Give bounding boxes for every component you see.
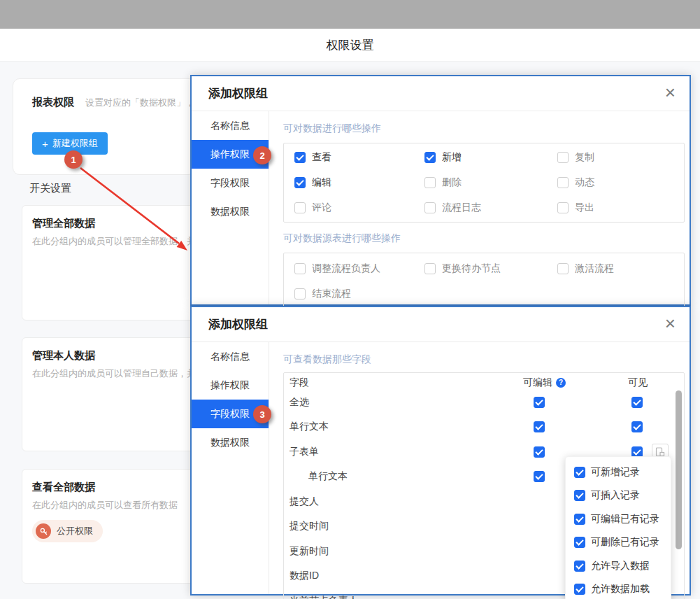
source-ops-section-label: 可对数据源表进行哪些操作 [283, 232, 685, 245]
editable-checkbox[interactable] [534, 471, 545, 482]
checkbox [557, 177, 569, 188]
popup-item-can-edit-existing[interactable]: 可编辑已有记录 [574, 507, 671, 531]
checkbox-item-end-flow[interactable]: 结束流程 [294, 281, 424, 306]
checkbox-item-add[interactable]: 新增 [424, 145, 557, 170]
report-card-subtitle: 设置对应的「数据权限」，可 [85, 97, 203, 108]
tab-data-permission[interactable]: 数据权限 [192, 428, 269, 457]
header-visible: 可见 [628, 376, 648, 389]
card-view-all-data: 查看全部数据 在此分组内的成员可以查看所有数据 公开权限 [22, 469, 197, 584]
step-badge-1: 1 [64, 150, 83, 169]
public-permission-label: 公开权限 [57, 525, 93, 537]
step-badge-2: 2 [253, 146, 271, 164]
checkbox [574, 584, 585, 595]
source-ops-group: 调整流程负责人 更换待办节点 激活流程 结束流程 [283, 253, 685, 310]
checkbox [557, 263, 569, 274]
checkbox-item-delete[interactable]: 删除 [424, 170, 557, 195]
checkbox-item-edit[interactable]: 编辑 [294, 170, 424, 195]
editable-checkbox[interactable] [534, 446, 545, 458]
editable-checkbox[interactable] [534, 397, 545, 408]
scrollbar-thumb[interactable] [676, 390, 682, 549]
popup-item-can-add-record[interactable]: 可新增记录 [574, 460, 671, 484]
modal-title: 添加权限组 [208, 76, 268, 111]
top-gray-bar [0, 0, 700, 29]
add-permission-group-modal-operation: 添加权限组 × 名称信息 操作权限 字段权限 数据权限 可对数据进行哪些操作 查… [190, 75, 691, 306]
checkbox [574, 490, 585, 501]
switch-settings-title: 开关设置 [29, 182, 71, 195]
tab-field-permission[interactable]: 字段权限 [192, 169, 269, 197]
checkbox-item-export[interactable]: 导出 [557, 195, 684, 220]
checkbox [424, 202, 436, 213]
modal-header: 添加权限组 × [192, 307, 690, 342]
checkbox [294, 202, 306, 213]
report-card-title: 报表权限 [32, 96, 74, 108]
checkbox-item-change-todo-node[interactable]: 更换待办节点 [424, 256, 557, 281]
modal-sidebar: 名称信息 操作权限 字段权限 数据权限 [192, 342, 269, 594]
help-icon[interactable]: ? [556, 378, 566, 388]
header-field: 字段 [290, 376, 309, 389]
new-permission-group-label: 新建权限组 [52, 137, 98, 150]
card-manage-own-data: 管理本人数据 在此分组内的成员可以管理自己数据，并拥 [22, 337, 197, 451]
subform-permissions-popup: 可新增记录 可插入记录 可编辑已有记录 可删除已有记录 允许导入数据 允许数据加… [565, 456, 671, 599]
checkbox [424, 177, 436, 188]
tab-name-info[interactable]: 名称信息 [192, 342, 269, 371]
data-ops-group: 查看 新增 复制 编辑 删除 动态 评论 流程日志 导出 [283, 143, 685, 223]
checkbox-item-flow-log[interactable]: 流程日志 [424, 195, 557, 220]
modal-sidebar: 名称信息 操作权限 字段权限 数据权限 [192, 111, 269, 304]
card-desc: 在此分组内的成员可以管理自己数据，并拥 [32, 367, 205, 380]
plus-icon: + [42, 139, 48, 149]
checkbox [294, 263, 306, 274]
close-icon[interactable]: × [665, 313, 676, 334]
close-icon[interactable]: × [665, 82, 676, 104]
popup-item-can-delete-existing[interactable]: 可删除已有记录 [574, 531, 671, 555]
editable-checkbox[interactable] [534, 421, 545, 432]
tab-name-info[interactable]: 名称信息 [192, 111, 269, 140]
checkbox [557, 152, 569, 163]
table-row-select-all: 全选 [284, 390, 684, 415]
checkbox [424, 152, 436, 163]
popup-item-allow-import[interactable]: 允许导入数据 [574, 554, 671, 578]
checkbox [574, 514, 585, 525]
step-badge-3: 3 [253, 405, 271, 423]
card-title: 管理本人数据 [32, 349, 95, 362]
card-title: 查看全部数据 [32, 481, 95, 494]
popup-item-allow-data-load[interactable]: 允许数据加载 [574, 578, 671, 599]
visible-checkbox[interactable] [631, 421, 643, 432]
checkbox-item-activate-flow[interactable]: 激活流程 [557, 256, 684, 281]
checkbox [424, 263, 436, 274]
table-row-single-line-text: 单行文本 [284, 415, 684, 440]
checkbox [294, 177, 306, 188]
modal-title: 添加权限组 [208, 307, 268, 341]
tab-operation-permission[interactable]: 操作权限 [192, 371, 269, 400]
annotation-arrow [66, 155, 192, 257]
visible-checkbox[interactable] [631, 397, 643, 408]
key-icon [36, 523, 51, 539]
header-editable: 可编辑? [523, 376, 566, 389]
checkbox-item-adjust-flow-owner[interactable]: 调整流程负责人 [294, 256, 424, 281]
data-ops-section-label: 可对数据进行哪些操作 [283, 122, 685, 135]
checkbox [557, 202, 569, 213]
checkbox-item-view[interactable]: 查看 [294, 145, 424, 170]
checkbox [574, 467, 585, 478]
page-title: 权限设置 [0, 29, 700, 62]
checkbox-item-comment[interactable]: 评论 [294, 195, 424, 220]
checkbox [294, 288, 306, 300]
checkbox-item-copy[interactable]: 复制 [557, 145, 684, 170]
popup-item-can-insert-record[interactable]: 可插入记录 [574, 484, 671, 508]
card-desc: 在此分组内的成员可以查看所有数据 [32, 499, 178, 512]
field-section-label: 可查看数据那些字段 [283, 353, 685, 366]
table-header: 字段 可编辑? 可见 [284, 373, 684, 390]
checkbox-item-dynamic[interactable]: 动态 [557, 170, 684, 195]
checkbox [574, 537, 585, 548]
tab-data-permission[interactable]: 数据权限 [192, 197, 269, 226]
modal-header: 添加权限组 × [192, 76, 690, 111]
public-permission-badge[interactable]: 公开权限 [32, 520, 103, 542]
checkbox [294, 152, 306, 163]
checkbox [574, 561, 585, 572]
